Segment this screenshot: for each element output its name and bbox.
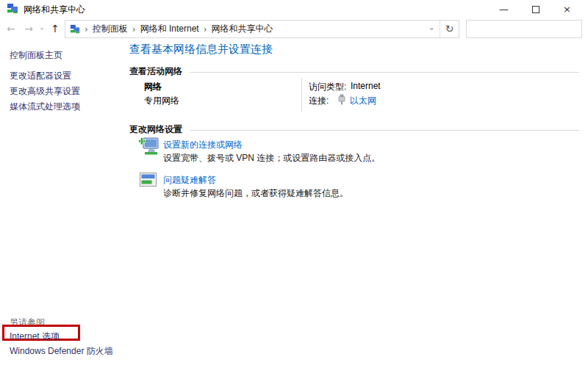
troubleshoot-link[interactable]: 问题疑难解答 [163,174,216,187]
maximize-icon [532,6,539,13]
network-sharing-center-icon [7,3,18,15]
back-button[interactable]: ← [3,20,19,37]
vertical-divider [301,78,302,112]
breadcrumb-separator-icon: › [80,24,93,35]
setup-new-connection-icon [138,137,160,156]
breadcrumb-control-panel[interactable]: 控制面板 [93,23,128,35]
breadcrumb-network-internet[interactable]: 网络和 Internet [140,23,199,35]
sidebar-item-media-streaming-options[interactable]: 媒体流式处理选项 [10,101,80,113]
up-button[interactable]: ↑ [47,20,63,37]
address-dropdown-button[interactable]: › [423,24,440,34]
sidebar-item-internet-options[interactable]: Internet 选项 [10,330,60,343]
title-bar: 网络和共享中心 — × [0,0,588,19]
access-type-label: 访问类型: [309,81,346,93]
network-name: 网络 [144,81,162,93]
sidebar-item-windows-defender-firewall[interactable]: Windows Defender 防火墙 [10,345,113,358]
close-button[interactable]: × [551,0,583,19]
troubleshoot-icon [140,173,157,187]
section-view-active-networks: 查看活动网络 [129,65,579,78]
sidebar-item-change-advanced-sharing[interactable]: 更改高级共享设置 [10,85,80,98]
maximize-button[interactable] [520,0,551,19]
access-type-value: Internet [351,81,381,91]
sidebar-item-control-panel-home[interactable]: 控制面板主页 [10,49,62,62]
page-title: 查看基本网络信息并设置连接 [129,43,273,57]
breadcrumb-network-sharing-center[interactable]: 网络和共享中心 [211,23,273,35]
search-input[interactable] [467,21,588,37]
troubleshoot-description: 诊断并修复网络问题，或者获得疑难解答信息。 [163,187,348,200]
window-title: 网络和共享中心 [24,0,85,19]
ethernet-link[interactable]: 以太网 [350,95,376,107]
connections-label: 连接: [309,95,329,107]
network-profile: 专用网络 [144,95,179,107]
refresh-button[interactable]: ↻ [440,21,459,37]
section-change-network-settings: 更改网络设置 [129,123,579,136]
breadcrumb-separator-icon: › [199,24,212,35]
section-divider [190,72,579,73]
setup-new-connection-link[interactable]: 设置新的连接或网络 [163,139,243,151]
search-box[interactable] [466,20,582,38]
breadcrumb[interactable]: › 控制面板 › 网络和 Internet › 网络和共享中心 › ↻ [65,20,459,38]
section-title: 更改网络设置 [129,123,182,136]
address-network-icon [70,24,80,35]
minimize-button[interactable]: — [488,0,520,19]
setup-new-connection-description: 设置宽带、拨号或 VPN 连接；或设置路由器或接入点。 [163,152,380,165]
section-title: 查看活动网络 [129,65,182,78]
chevron-down-icon: › [427,27,437,30]
breadcrumb-separator-icon: › [128,24,140,35]
sidebar-item-change-adapter-settings[interactable]: 更改适配器设置 [10,70,71,82]
section-divider [190,130,579,131]
ethernet-plug-icon [337,94,346,105]
